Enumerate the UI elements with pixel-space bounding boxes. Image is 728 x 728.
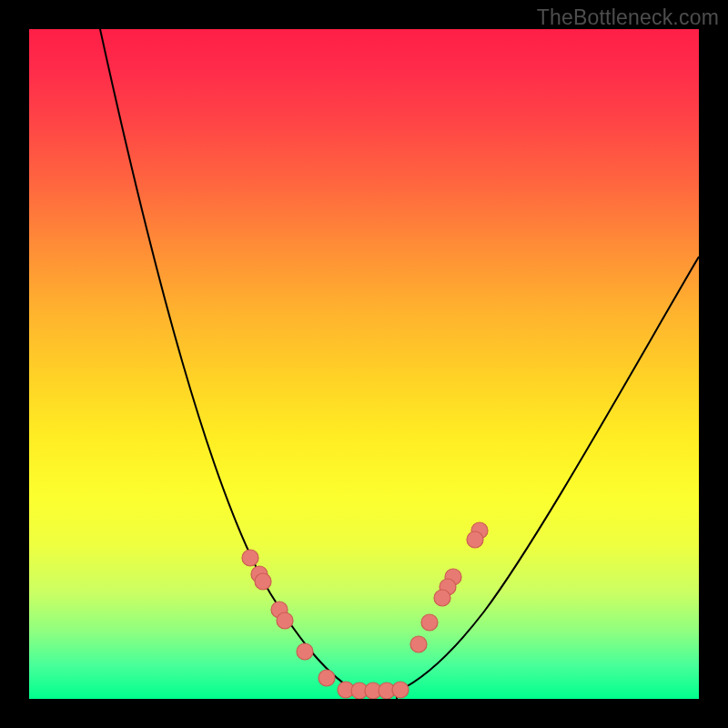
chart-svg — [29, 29, 699, 699]
left-curve — [100, 29, 357, 699]
bead-point — [277, 612, 293, 629]
bead-point — [297, 643, 313, 660]
bead-point — [434, 590, 450, 606]
watermark-text: TheBottleneck.com — [537, 5, 719, 30]
bead-point — [318, 670, 335, 686]
bead-point — [421, 614, 438, 631]
bead-point — [467, 531, 483, 548]
bead-point — [410, 636, 427, 652]
right-curve — [397, 257, 699, 699]
bead-point — [392, 682, 409, 698]
plot-area — [29, 29, 699, 699]
bead-point — [242, 550, 258, 566]
bead-point — [255, 573, 271, 590]
beads-left — [242, 550, 335, 686]
chart-root: TheBottleneck.com — [0, 0, 728, 728]
beads-bottom — [338, 682, 409, 699]
beads-right — [410, 522, 488, 652]
